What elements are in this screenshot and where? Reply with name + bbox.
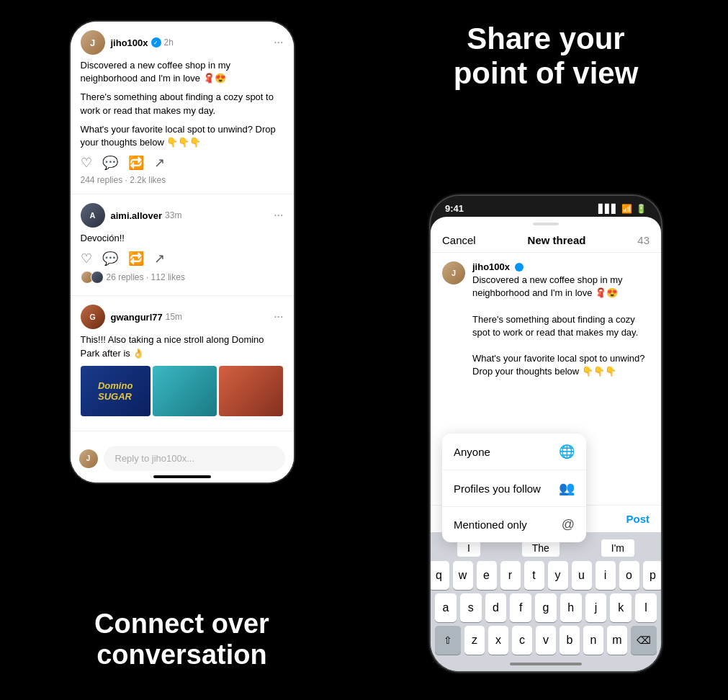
key-e[interactable]: e (477, 561, 497, 590)
feed-container: J jiho100x ✓ 2h ··· Discovered a new cof… (71, 22, 294, 483)
phone-left: J jiho100x ✓ 2h ··· Discovered a new cof… (71, 22, 294, 483)
image-domino: DominoSUGAR (81, 366, 150, 416)
key-z[interactable]: z (464, 626, 485, 655)
dropdown-following[interactable]: Profiles you follow 👥 (442, 470, 586, 506)
key-l[interactable]: l (635, 593, 657, 622)
share-icon-2[interactable]: ↗ (154, 251, 165, 266)
key-q[interactable]: q (431, 561, 449, 590)
sheet-container: Cancel New thread 43 J jiho100x Discover… (431, 217, 661, 671)
feed-item-2: A aimi.allover 33m ··· Devoción!! ♡ 💬 (71, 194, 294, 296)
avatar-gwan: G (81, 305, 105, 329)
key-j[interactable]: j (585, 593, 607, 622)
feed-actions-2: ♡ 💬 🔁 ↗ (81, 251, 284, 266)
post-text-1b: There's something about finding a cozy s… (81, 91, 284, 117)
people-icon: 👥 (559, 480, 575, 496)
reply-icon-1[interactable]: 💬 (102, 155, 118, 171)
key-t[interactable]: t (524, 561, 544, 590)
key-b[interactable]: b (560, 626, 580, 655)
key-k[interactable]: k (610, 593, 632, 622)
signal-icon: ▋▋▋ (598, 204, 618, 214)
feed-item-3: G gwangurl77 15m ··· This!!! Also taking… (71, 296, 294, 431)
dropdown-following-label: Profiles you follow (454, 483, 541, 495)
dropdown-anyone[interactable]: Anyone 🌐 (442, 434, 586, 470)
key-y[interactable]: y (548, 561, 568, 590)
reply-avatar: J (79, 449, 98, 468)
left-panel: J jiho100x ✓ 2h ··· Discovered a new cof… (0, 0, 364, 700)
key-v[interactable]: v (536, 626, 556, 655)
repost-icon-2[interactable]: 🔁 (128, 251, 144, 266)
username-gwan: gwangurl77 (111, 312, 163, 323)
key-w[interactable]: w (453, 561, 473, 590)
home-indicator-right (431, 658, 661, 671)
sheet-header: Cancel New thread 43 (431, 228, 661, 253)
dropdown-anyone-label: Anyone (454, 446, 490, 458)
post-text-3: This!!! Also taking a nice stroll along … (81, 333, 284, 359)
thread-post-text: Discovered a new coffee shop in my neigh… (472, 274, 650, 379)
key-i[interactable]: i (596, 561, 616, 590)
like-icon-1[interactable]: ♡ (81, 155, 92, 171)
status-time: 9:41 (445, 203, 464, 214)
reply-input[interactable]: Reply to jiho100x... (104, 446, 285, 471)
reply-icon-2[interactable]: 💬 (102, 251, 118, 266)
feed-stats-2: 26 replies · 112 likes (107, 272, 185, 282)
verified-badge-1: ✓ (151, 37, 161, 48)
status-icons: ▋▋▋ 📶 🔋 (598, 204, 647, 214)
key-x[interactable]: x (488, 626, 508, 655)
status-bar: 9:41 ▋▋▋ 📶 🔋 (431, 196, 661, 217)
time-jiho: 2h (164, 37, 174, 48)
post-text-2: Devoción!! (81, 232, 284, 245)
right-title: Share yourpoint of view (425, 22, 668, 91)
keyboard: I The I'm q w e r t y u i o p (431, 532, 661, 671)
key-u[interactable]: u (572, 561, 592, 590)
thread-username: jiho100x (472, 261, 510, 272)
key-shift[interactable]: ⇧ (435, 626, 461, 655)
key-f[interactable]: f (510, 593, 531, 622)
post-images-3: DominoSUGAR (81, 366, 284, 416)
likes-count-1: 2.2k likes (130, 175, 166, 185)
key-h[interactable]: h (560, 593, 582, 622)
image-teal (153, 366, 217, 416)
key-r[interactable]: r (500, 561, 521, 590)
share-icon-1[interactable]: ↗ (154, 155, 165, 171)
at-icon: @ (562, 517, 575, 532)
thread-avatar: J (442, 261, 465, 284)
more-button-1[interactable]: ··· (274, 36, 283, 49)
key-g[interactable]: g (535, 593, 557, 622)
key-s[interactable]: s (460, 593, 482, 622)
char-count: 43 (637, 234, 650, 246)
key-m[interactable]: m (607, 626, 627, 655)
key-d[interactable]: d (485, 593, 507, 622)
cancel-button[interactable]: Cancel (442, 234, 476, 246)
suggestion-im[interactable]: I'm (601, 539, 634, 557)
key-delete[interactable]: ⌫ (631, 626, 657, 655)
key-a[interactable]: a (435, 593, 457, 622)
username-aimi: aimi.allover (111, 210, 163, 221)
sheet-handle (533, 223, 559, 225)
keyboard-row-1: q w e r t y u i o p (431, 561, 661, 593)
more-button-3[interactable]: ··· (274, 310, 283, 323)
keyboard-row-3: ⇧ z x c v b n m ⌫ (431, 626, 661, 658)
post-button[interactable]: Post (626, 513, 650, 525)
username-jiho: jiho100x (111, 37, 148, 48)
key-c[interactable]: c (512, 626, 532, 655)
reply-bar: J Reply to jiho100x... (79, 446, 285, 471)
phone-right: 9:41 ▋▋▋ 📶 🔋 Cancel New thread 43 J (431, 196, 661, 671)
feed-stats-1: 244 replies · 2.2k likes (81, 175, 284, 185)
new-thread-title: New thread (528, 234, 586, 246)
replies-count-1: 244 replies (81, 175, 123, 185)
replies-count-2: 26 replies (107, 272, 144, 282)
post-text-1a: Discovered a new coffee shop in my neigh… (81, 59, 284, 85)
more-button-2[interactable]: ··· (274, 209, 283, 222)
time-aimi: 33m (165, 210, 181, 220)
dropdown-mentioned[interactable]: Mentioned only @ (442, 506, 586, 542)
key-p[interactable]: p (643, 561, 662, 590)
keyboard-row-2: a s d f g h j k l (431, 593, 661, 626)
avatar-aimi: A (81, 203, 105, 228)
like-icon-2[interactable]: ♡ (81, 251, 92, 266)
key-o[interactable]: o (619, 561, 639, 590)
battery-icon: 🔋 (636, 204, 647, 214)
key-n[interactable]: n (583, 626, 603, 655)
repost-icon-1[interactable]: 🔁 (128, 155, 144, 171)
wifi-icon: 📶 (621, 204, 632, 214)
likes-count-2: 112 likes (151, 272, 185, 282)
